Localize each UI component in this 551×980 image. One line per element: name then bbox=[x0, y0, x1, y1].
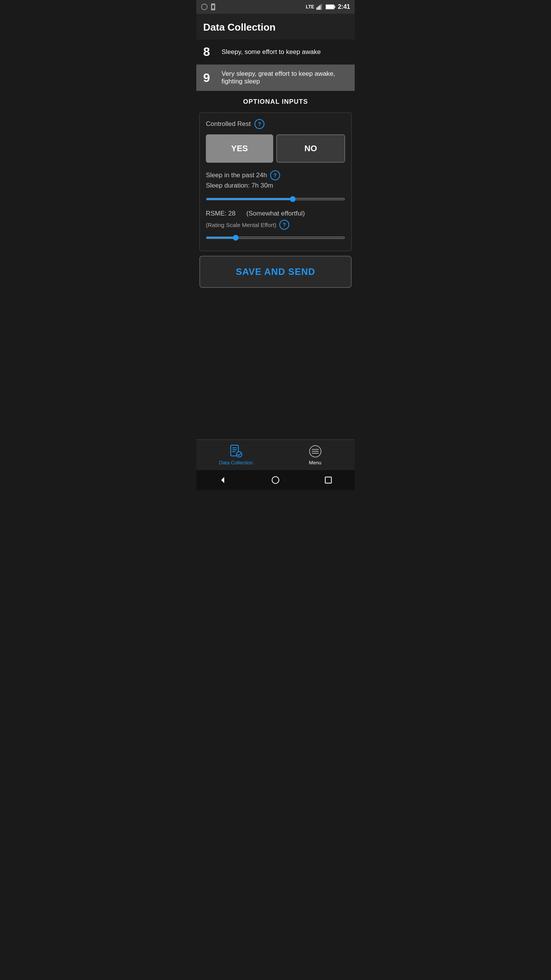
recent-apps-button[interactable] bbox=[324, 475, 333, 485]
svg-rect-6 bbox=[321, 4, 322, 10]
yes-button[interactable]: YES bbox=[206, 134, 273, 163]
menu-icon bbox=[308, 444, 322, 458]
svg-rect-8 bbox=[334, 6, 335, 8]
yes-no-buttons: YES NO bbox=[206, 134, 345, 163]
rsme-value: RSME: 28 bbox=[206, 210, 235, 217]
svg-rect-5 bbox=[319, 5, 320, 10]
optional-inputs-card: Controlled Rest ? YES NO Sleep in the pa… bbox=[199, 113, 352, 251]
controlled-rest-label: Controlled Rest bbox=[206, 120, 251, 128]
no-button[interactable]: NO bbox=[276, 134, 345, 163]
data-collection-icon bbox=[229, 444, 243, 458]
svg-rect-13 bbox=[232, 451, 235, 452]
lte-indicator: LTE bbox=[306, 4, 314, 10]
rsme-section: RSME: 28 (Somewhat effortful) (Rating Sc… bbox=[206, 210, 345, 241]
home-button[interactable] bbox=[271, 475, 280, 485]
nav-menu-label: Menu bbox=[309, 460, 321, 466]
optional-inputs-header: OPTIONAL INPUTS bbox=[196, 91, 355, 113]
svg-point-0 bbox=[202, 4, 207, 10]
nav-data-collection[interactable]: Data Collection bbox=[196, 440, 276, 470]
system-nav bbox=[196, 470, 355, 490]
nav-data-collection-label: Data Collection bbox=[219, 460, 253, 466]
svg-rect-21 bbox=[325, 477, 331, 483]
scale-item-8[interactable]: 8 Sleepy, some effort to keep awake bbox=[196, 39, 355, 65]
rsme-sublabel: (Rating Scale Mental Effort) bbox=[206, 222, 276, 228]
svg-rect-11 bbox=[232, 448, 237, 448]
sleep-title: Sleep in the past 24h bbox=[206, 172, 267, 179]
signal-icon bbox=[316, 3, 323, 10]
sleep-section: Sleep in the past 24h ? Sleep duration: … bbox=[206, 170, 345, 202]
sleep-duration-label: Sleep duration: 7h 30m bbox=[206, 182, 345, 189]
controlled-rest-help-icon[interactable]: ? bbox=[254, 119, 264, 129]
rsme-effort: (Somewhat effortful) bbox=[246, 210, 305, 217]
bottom-nav: Data Collection Menu bbox=[196, 439, 355, 470]
save-send-container: SAVE AND SEND bbox=[199, 256, 352, 288]
svg-rect-9 bbox=[326, 5, 334, 8]
battery-icon bbox=[326, 4, 336, 10]
back-button[interactable] bbox=[218, 475, 227, 485]
sleep-slider[interactable] bbox=[206, 198, 345, 200]
scale-item-9[interactable]: 9 Very sleepy, great effort to keep awak… bbox=[196, 65, 355, 91]
rsme-help-icon[interactable]: ? bbox=[279, 220, 289, 230]
status-time: 2:41 bbox=[338, 3, 350, 10]
page-title: Data Collection bbox=[203, 21, 276, 33]
wifi-icon bbox=[201, 3, 208, 10]
svg-rect-3 bbox=[316, 8, 318, 10]
rsme-slider[interactable] bbox=[206, 237, 345, 239]
sleep-help-icon[interactable]: ? bbox=[270, 170, 280, 180]
status-bar: LTE 2:41 bbox=[196, 0, 355, 14]
svg-rect-2 bbox=[212, 5, 214, 9]
save-send-button[interactable]: SAVE AND SEND bbox=[199, 256, 352, 288]
controlled-rest-row: Controlled Rest ? bbox=[206, 119, 345, 129]
svg-marker-19 bbox=[221, 477, 224, 483]
svg-point-20 bbox=[272, 477, 279, 483]
svg-rect-12 bbox=[232, 449, 237, 450]
nav-menu[interactable]: Menu bbox=[276, 440, 355, 470]
app-header: Data Collection bbox=[196, 14, 355, 39]
svg-rect-4 bbox=[318, 7, 319, 10]
sim-icon bbox=[210, 3, 216, 10]
